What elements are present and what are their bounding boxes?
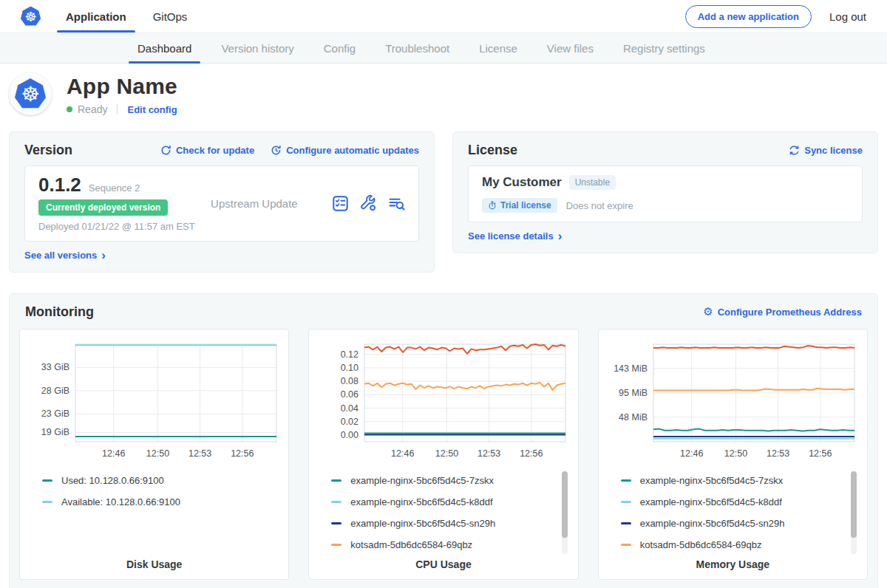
svg-text:0.04: 0.04 bbox=[341, 403, 358, 414]
app-status-row: Ready Edit config bbox=[67, 103, 177, 115]
tab-application[interactable]: Application bbox=[57, 0, 135, 33]
legend-item: example-nginx-5bc6f5d4c5-k8ddf bbox=[621, 491, 835, 513]
see-all-versions-label: See all versions bbox=[24, 250, 97, 261]
svg-text:12:56: 12:56 bbox=[520, 448, 543, 459]
current-version-panel: 0.1.2 Sequence 2 Currently deployed vers… bbox=[24, 165, 419, 242]
svg-text:12:50: 12:50 bbox=[146, 448, 169, 459]
deploy-logs-icon[interactable] bbox=[388, 195, 405, 212]
cpu-usage-plot: 0.120.100.080.060.040.020.0012:4612:5012… bbox=[309, 337, 577, 467]
legend-swatch bbox=[331, 501, 341, 503]
svg-text:19 GiB: 19 GiB bbox=[41, 427, 69, 437]
legend-scrollbar-thumb[interactable] bbox=[562, 471, 568, 538]
legend-swatch bbox=[331, 544, 341, 546]
subnav-version-history[interactable]: Version history bbox=[212, 33, 302, 63]
configure-prometheus-link[interactable]: ⚙ Configure Prometheus Address bbox=[703, 307, 862, 318]
edit-config-link[interactable]: Edit config bbox=[127, 104, 177, 115]
divider bbox=[117, 104, 118, 114]
svg-text:0.06: 0.06 bbox=[341, 389, 358, 400]
tab-gitops[interactable]: GitOps bbox=[144, 0, 197, 33]
legend-swatch bbox=[621, 522, 631, 524]
refresh-icon bbox=[160, 145, 171, 156]
logout-link[interactable]: Log out bbox=[829, 10, 866, 23]
series-line bbox=[653, 346, 854, 348]
svg-text:12:56: 12:56 bbox=[809, 448, 832, 459]
app-avatar: ☸ bbox=[9, 72, 52, 115]
svg-text:0.02: 0.02 bbox=[341, 417, 358, 427]
cpu-usage-title: CPU Usage bbox=[309, 558, 577, 570]
license-expiry: Does not expire bbox=[566, 200, 633, 211]
see-license-details-link[interactable]: See license details › bbox=[468, 230, 562, 242]
chart-plot-svg: 0.120.100.080.060.040.020.0012:4612:5012… bbox=[316, 337, 571, 467]
monitoring-section: Monitoring ⚙ Configure Prometheus Addres… bbox=[9, 293, 878, 588]
channel-badge: Unstable bbox=[569, 175, 616, 190]
subnav-license[interactable]: License bbox=[470, 33, 526, 63]
svg-text:0.12: 0.12 bbox=[341, 349, 358, 360]
check-for-update-link[interactable]: Check for update bbox=[160, 145, 254, 156]
legend-label: example-nginx-5bc6f5d4c5-7zskx bbox=[640, 475, 784, 486]
version-number: 0.1.2 bbox=[38, 175, 81, 194]
status-dot bbox=[67, 106, 72, 112]
svg-text:12:46: 12:46 bbox=[680, 448, 703, 459]
legend-label: example-nginx-5bc6f5d4c5-sn29h bbox=[350, 518, 495, 529]
cpu-usage-legend: example-nginx-5bc6f5d4c5-7zskxexample-ng… bbox=[331, 470, 577, 555]
monitoring-title: Monitoring bbox=[25, 304, 94, 320]
subnav-config[interactable]: Config bbox=[315, 33, 364, 63]
legend-item: Used: 10.128.0.66:9100 bbox=[42, 470, 256, 491]
svg-text:0.10: 0.10 bbox=[341, 363, 358, 373]
subnav-troubleshoot[interactable]: Troubleshoot bbox=[376, 33, 458, 63]
svg-text:12:46: 12:46 bbox=[391, 448, 414, 459]
legend-label: example-nginx-5bc6f5d4c5-7zskx bbox=[350, 475, 494, 486]
chevron-right-icon: › bbox=[558, 233, 563, 240]
gear-icon: ⚙ bbox=[703, 307, 713, 318]
deployed-timestamp: Deployed 01/21/22 @ 11:57 am EST bbox=[38, 221, 211, 232]
app-title-block: App Name Ready Edit config bbox=[67, 72, 177, 115]
see-all-versions-link[interactable]: See all versions › bbox=[24, 250, 106, 261]
legend-item: example-nginx-5bc6f5d4c5-7zskx bbox=[331, 470, 545, 491]
legend-label: Available: 10.128.0.66:9100 bbox=[61, 496, 180, 507]
legend-scrollbar-thumb[interactable] bbox=[851, 471, 857, 538]
cpu-usage-chart: 0.120.100.080.060.040.020.0012:4612:5012… bbox=[308, 329, 578, 580]
legend-swatch bbox=[42, 501, 52, 503]
config-tools-icon[interactable] bbox=[360, 195, 377, 212]
legend-scrollbar[interactable] bbox=[851, 471, 857, 554]
subnav-view-files[interactable]: View files bbox=[538, 33, 602, 63]
stopwatch-icon bbox=[488, 201, 497, 210]
legend-scrollbar[interactable] bbox=[562, 471, 568, 554]
subnav-dashboard[interactable]: Dashboard bbox=[129, 33, 200, 63]
kubernetes-logo-icon: ☸ bbox=[21, 7, 41, 27]
preflight-checks-icon[interactable] bbox=[332, 195, 349, 212]
subnav-registry-settings[interactable]: Registry settings bbox=[614, 33, 714, 63]
top-tabs: Application GitOps bbox=[57, 0, 196, 33]
legend-item: kotsadm-5db6dc6584-69qbz bbox=[621, 534, 835, 555]
app-subnav: Dashboard Version history Config Trouble… bbox=[0, 33, 887, 64]
disk-usage-chart: 33 GiB28 GiB23 GiB19 GiB12:4612:5012:531… bbox=[19, 329, 289, 580]
legend-label: example-nginx-5bc6f5d4c5-k8ddf bbox=[640, 496, 782, 507]
chart-plot-svg: 143 MiB95 MiB48 MiB12:4612:5012:5312:56 bbox=[605, 337, 860, 467]
legend-item: example-nginx-5bc6f5d4c5-7zskx bbox=[621, 470, 835, 491]
legend-swatch bbox=[331, 479, 341, 482]
memory-usage-plot: 143 MiB95 MiB48 MiB12:4612:5012:5312:56 bbox=[599, 337, 867, 467]
series-line bbox=[653, 389, 854, 391]
configure-automatic-updates-label: Configure automatic updates bbox=[286, 145, 419, 156]
sync-license-link[interactable]: Sync license bbox=[789, 145, 863, 156]
svg-text:95 MiB: 95 MiB bbox=[619, 388, 648, 398]
svg-text:28 GiB: 28 GiB bbox=[41, 386, 69, 396]
legend-swatch bbox=[621, 479, 631, 482]
legend-item: example-nginx-5bc6f5d4c5-sn29h bbox=[621, 513, 835, 534]
charts-row: 33 GiB28 GiB23 GiB19 GiB12:4612:5012:531… bbox=[19, 329, 868, 580]
legend-label: kotsadm-5db6dc6584-69qbz bbox=[640, 539, 762, 550]
configure-automatic-updates-link[interactable]: Configure automatic updates bbox=[271, 145, 419, 156]
legend-label: Used: 10.128.0.66:9100 bbox=[61, 475, 164, 486]
update-type-label: Upstream Update bbox=[211, 197, 332, 210]
license-type-badge: Trial license bbox=[482, 198, 557, 213]
svg-text:12:53: 12:53 bbox=[767, 448, 789, 459]
deployed-badge: Currently deployed version bbox=[38, 199, 168, 216]
customer-name: My Customer bbox=[482, 175, 562, 190]
clock-refresh-icon bbox=[271, 145, 282, 156]
app-header: ☸ App Name Ready Edit config bbox=[0, 64, 887, 126]
tab-gitops-label: GitOps bbox=[153, 10, 188, 23]
legend-swatch bbox=[621, 501, 631, 503]
svg-text:12:46: 12:46 bbox=[102, 448, 125, 459]
memory-usage-title: Memory Usage bbox=[599, 558, 867, 570]
add-application-button[interactable]: Add a new application bbox=[685, 5, 812, 28]
